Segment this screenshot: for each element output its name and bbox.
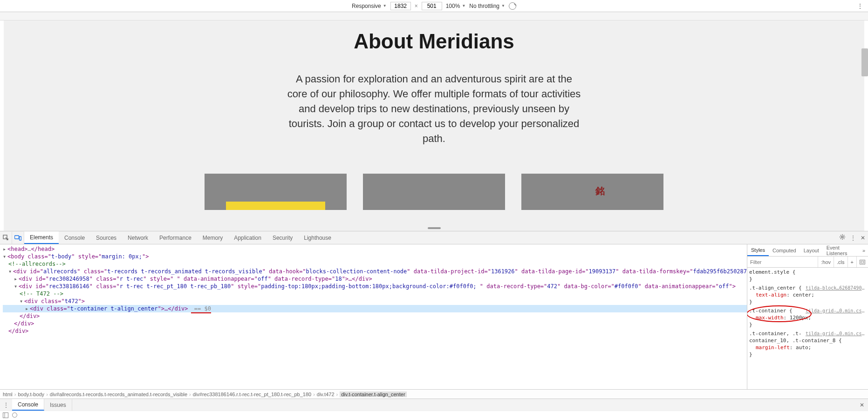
drawer-tab-console[interactable]: Console	[12, 399, 44, 411]
dimension-separator: ×	[415, 3, 418, 9]
drawer-tabs: ⋮ ConsoleIssues ✕	[0, 399, 868, 411]
styles-chip-hov[interactable]: :hov	[818, 257, 834, 267]
sidebar-toggle-icon[interactable]	[3, 412, 8, 418]
gallery-image-1	[205, 174, 347, 210]
console-toolbar	[0, 411, 868, 419]
viewport-container: About Meridians A passion for exploratio…	[0, 20, 868, 231]
styles-more-tabs[interactable]: »	[860, 248, 868, 253]
css-rule[interactable]: tilda-grid-…0.min.css:1.t-container, .t-…	[749, 330, 866, 358]
inspect-icon[interactable]	[0, 232, 12, 244]
styles-tab-event-listeners[interactable]: Event Listeners	[823, 244, 860, 256]
breadcrumb-item[interactable]: div#allrecords.t-records.t-records_anima…	[50, 392, 187, 397]
breadcrumb-item[interactable]: div.t-container.t-align_center	[340, 392, 406, 397]
viewport-resize-handle[interactable]	[428, 227, 441, 229]
rule-source-link[interactable]: tilda-block…626874909:1	[806, 284, 866, 291]
devtools-tab-memory[interactable]: Memory	[197, 231, 228, 244]
throttling-select[interactable]: No throttling	[469, 3, 505, 9]
breadcrumb-item[interactable]: div#rec338186146.r.t-rec.t-rec_pt_180.t-…	[193, 392, 311, 397]
drawer-menu-icon[interactable]: ⋮	[0, 402, 12, 408]
box-model-icon[interactable]	[856, 257, 868, 267]
viewport-scrollbar[interactable]	[861, 48, 868, 76]
more-options-icon[interactable]: ⋮	[857, 2, 863, 10]
styles-tab-layout[interactable]: Layout	[800, 244, 823, 256]
viewport-height-input[interactable]	[422, 2, 442, 10]
viewport-width-input[interactable]	[390, 2, 411, 10]
css-rule[interactable]: tilda-block…626874909:1.t-align_center {…	[749, 284, 866, 305]
breadcrumb-item[interactable]: html	[3, 392, 13, 397]
dom-breadcrumb[interactable]: html›body.t-body›div#allrecords.t-record…	[0, 389, 868, 399]
close-devtools-icon[interactable]: ✕	[861, 235, 865, 241]
devtools-tab-lighthouse[interactable]: Lighthouse	[298, 231, 337, 244]
devtools-tab-network[interactable]: Network	[122, 231, 154, 244]
styles-filter-input[interactable]	[747, 259, 818, 265]
kebab-icon[interactable]: ⋮	[850, 235, 856, 241]
devtools-panel: ElementsConsoleSourcesNetworkPerformance…	[0, 231, 868, 419]
page-description: A passion for exploration and an adventu…	[285, 72, 583, 146]
styles-tab-styles[interactable]: Styles	[747, 244, 769, 256]
image-gallery	[4, 174, 864, 210]
styles-chip-cls[interactable]: .cls	[834, 257, 847, 267]
svg-rect-1	[15, 236, 19, 239]
styles-sidebar: StylesComputedLayoutEvent Listeners» :ho…	[747, 244, 868, 389]
css-rule[interactable]: element.style {}	[749, 269, 866, 283]
devtools-tab-console[interactable]: Console	[59, 231, 90, 244]
devtools-tab-sources[interactable]: Sources	[90, 231, 122, 244]
close-drawer-icon[interactable]: ✕	[860, 402, 864, 408]
styles-chip-[interactable]: +	[847, 257, 856, 267]
styles-tab-computed[interactable]: Computed	[769, 244, 800, 256]
drawer-tab-issues[interactable]: Issues	[44, 399, 72, 411]
devtools-tab-performance[interactable]: Performance	[154, 231, 197, 244]
page-heading: About Meridians	[4, 30, 864, 53]
svg-rect-2	[20, 237, 21, 240]
selected-dom-node[interactable]: ▸<div class="t-container t-align_center"…	[3, 305, 747, 312]
devtools-tab-elements[interactable]: Elements	[24, 231, 59, 244]
device-select[interactable]: Responsive	[352, 3, 387, 9]
rotate-icon[interactable]	[509, 2, 516, 10]
devtools-tabs: ElementsConsoleSourcesNetworkPerformance…	[0, 231, 868, 244]
css-rule[interactable]: tilda-grid-…0.min.css:1.t-container {max…	[749, 307, 866, 328]
device-mode-icon[interactable]	[12, 232, 24, 244]
clear-console-icon[interactable]	[12, 412, 17, 418]
svg-rect-5	[861, 261, 864, 263]
breadcrumb-item[interactable]: body.t-body	[18, 392, 44, 397]
zoom-select[interactable]: 100%	[446, 3, 466, 9]
gallery-image-2	[363, 174, 505, 210]
gallery-image-3	[521, 174, 663, 210]
svg-rect-4	[860, 260, 865, 264]
device-toolbar: Responsive × 100% No throttling ⋮	[0, 0, 868, 12]
ruler-bar	[0, 12, 868, 20]
devtools-tab-security[interactable]: Security	[267, 231, 298, 244]
svg-rect-6	[3, 412, 8, 418]
rule-source-link[interactable]: tilda-grid-…0.min.css:1	[806, 330, 866, 337]
settings-icon[interactable]	[839, 234, 846, 242]
devtools-tab-application[interactable]: Application	[228, 231, 267, 244]
breadcrumb-item[interactable]: div.t472	[317, 392, 335, 397]
page-viewport: About Meridians A passion for exploratio…	[4, 20, 864, 231]
elements-tree[interactable]: ▸<head>…</head> ▾<body class="t-body" st…	[0, 244, 747, 389]
svg-point-3	[841, 236, 843, 238]
rule-source-link[interactable]: tilda-grid-…0.min.css:1	[806, 307, 866, 314]
